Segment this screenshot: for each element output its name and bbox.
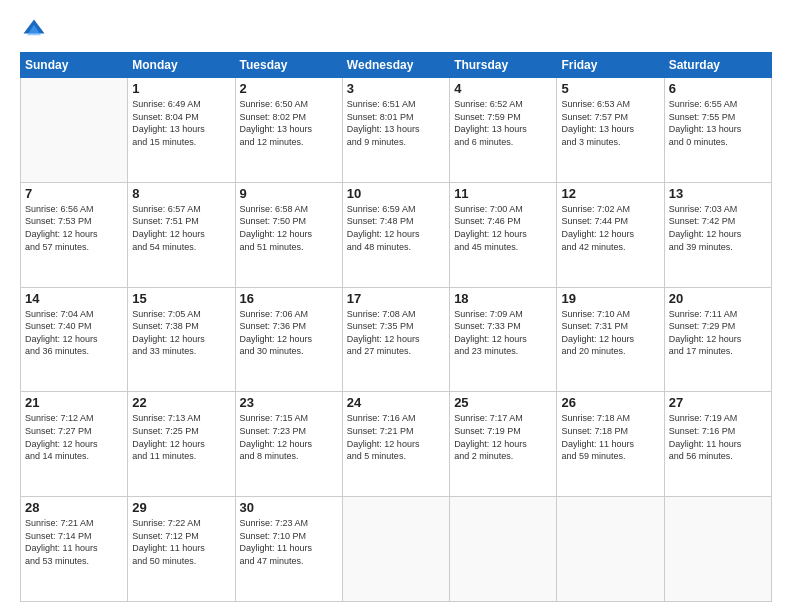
day-info: Sunrise: 7:05 AM Sunset: 7:38 PM Dayligh…	[132, 308, 230, 358]
calendar-cell: 20Sunrise: 7:11 AM Sunset: 7:29 PM Dayli…	[664, 287, 771, 392]
page: SundayMondayTuesdayWednesdayThursdayFrid…	[0, 0, 792, 612]
day-number: 10	[347, 186, 445, 201]
day-number: 8	[132, 186, 230, 201]
day-info: Sunrise: 7:09 AM Sunset: 7:33 PM Dayligh…	[454, 308, 552, 358]
header	[20, 16, 772, 44]
calendar-cell: 11Sunrise: 7:00 AM Sunset: 7:46 PM Dayli…	[450, 182, 557, 287]
calendar-cell: 15Sunrise: 7:05 AM Sunset: 7:38 PM Dayli…	[128, 287, 235, 392]
day-number: 17	[347, 291, 445, 306]
day-number: 13	[669, 186, 767, 201]
day-info: Sunrise: 6:58 AM Sunset: 7:50 PM Dayligh…	[240, 203, 338, 253]
calendar-cell	[21, 78, 128, 183]
day-info: Sunrise: 6:52 AM Sunset: 7:59 PM Dayligh…	[454, 98, 552, 148]
calendar-cell: 10Sunrise: 6:59 AM Sunset: 7:48 PM Dayli…	[342, 182, 449, 287]
day-info: Sunrise: 6:56 AM Sunset: 7:53 PM Dayligh…	[25, 203, 123, 253]
calendar-week-row: 21Sunrise: 7:12 AM Sunset: 7:27 PM Dayli…	[21, 392, 772, 497]
day-number: 18	[454, 291, 552, 306]
weekday-header-row: SundayMondayTuesdayWednesdayThursdayFrid…	[21, 53, 772, 78]
day-info: Sunrise: 7:15 AM Sunset: 7:23 PM Dayligh…	[240, 412, 338, 462]
day-info: Sunrise: 7:22 AM Sunset: 7:12 PM Dayligh…	[132, 517, 230, 567]
day-info: Sunrise: 7:21 AM Sunset: 7:14 PM Dayligh…	[25, 517, 123, 567]
calendar-cell: 12Sunrise: 7:02 AM Sunset: 7:44 PM Dayli…	[557, 182, 664, 287]
calendar-cell: 14Sunrise: 7:04 AM Sunset: 7:40 PM Dayli…	[21, 287, 128, 392]
day-info: Sunrise: 7:02 AM Sunset: 7:44 PM Dayligh…	[561, 203, 659, 253]
calendar-cell	[450, 497, 557, 602]
day-info: Sunrise: 6:51 AM Sunset: 8:01 PM Dayligh…	[347, 98, 445, 148]
day-number: 6	[669, 81, 767, 96]
weekday-header-saturday: Saturday	[664, 53, 771, 78]
day-number: 1	[132, 81, 230, 96]
day-info: Sunrise: 7:18 AM Sunset: 7:18 PM Dayligh…	[561, 412, 659, 462]
day-number: 16	[240, 291, 338, 306]
day-number: 3	[347, 81, 445, 96]
weekday-header-tuesday: Tuesday	[235, 53, 342, 78]
day-info: Sunrise: 7:16 AM Sunset: 7:21 PM Dayligh…	[347, 412, 445, 462]
calendar-cell: 26Sunrise: 7:18 AM Sunset: 7:18 PM Dayli…	[557, 392, 664, 497]
day-info: Sunrise: 7:13 AM Sunset: 7:25 PM Dayligh…	[132, 412, 230, 462]
day-number: 30	[240, 500, 338, 515]
calendar-cell: 17Sunrise: 7:08 AM Sunset: 7:35 PM Dayli…	[342, 287, 449, 392]
calendar-cell: 4Sunrise: 6:52 AM Sunset: 7:59 PM Daylig…	[450, 78, 557, 183]
calendar-cell: 1Sunrise: 6:49 AM Sunset: 8:04 PM Daylig…	[128, 78, 235, 183]
day-info: Sunrise: 7:10 AM Sunset: 7:31 PM Dayligh…	[561, 308, 659, 358]
calendar-cell: 24Sunrise: 7:16 AM Sunset: 7:21 PM Dayli…	[342, 392, 449, 497]
calendar-cell: 8Sunrise: 6:57 AM Sunset: 7:51 PM Daylig…	[128, 182, 235, 287]
day-info: Sunrise: 6:57 AM Sunset: 7:51 PM Dayligh…	[132, 203, 230, 253]
day-info: Sunrise: 6:50 AM Sunset: 8:02 PM Dayligh…	[240, 98, 338, 148]
calendar-cell: 9Sunrise: 6:58 AM Sunset: 7:50 PM Daylig…	[235, 182, 342, 287]
weekday-header-sunday: Sunday	[21, 53, 128, 78]
day-info: Sunrise: 6:59 AM Sunset: 7:48 PM Dayligh…	[347, 203, 445, 253]
day-number: 23	[240, 395, 338, 410]
calendar-cell: 30Sunrise: 7:23 AM Sunset: 7:10 PM Dayli…	[235, 497, 342, 602]
weekday-header-thursday: Thursday	[450, 53, 557, 78]
calendar-cell: 22Sunrise: 7:13 AM Sunset: 7:25 PM Dayli…	[128, 392, 235, 497]
day-number: 7	[25, 186, 123, 201]
day-info: Sunrise: 6:49 AM Sunset: 8:04 PM Dayligh…	[132, 98, 230, 148]
calendar-cell: 2Sunrise: 6:50 AM Sunset: 8:02 PM Daylig…	[235, 78, 342, 183]
calendar-week-row: 7Sunrise: 6:56 AM Sunset: 7:53 PM Daylig…	[21, 182, 772, 287]
day-info: Sunrise: 6:53 AM Sunset: 7:57 PM Dayligh…	[561, 98, 659, 148]
calendar-cell: 18Sunrise: 7:09 AM Sunset: 7:33 PM Dayli…	[450, 287, 557, 392]
calendar-week-row: 28Sunrise: 7:21 AM Sunset: 7:14 PM Dayli…	[21, 497, 772, 602]
day-number: 27	[669, 395, 767, 410]
day-number: 20	[669, 291, 767, 306]
day-number: 22	[132, 395, 230, 410]
day-number: 25	[454, 395, 552, 410]
day-info: Sunrise: 6:55 AM Sunset: 7:55 PM Dayligh…	[669, 98, 767, 148]
calendar-cell	[664, 497, 771, 602]
calendar-cell: 6Sunrise: 6:55 AM Sunset: 7:55 PM Daylig…	[664, 78, 771, 183]
calendar-cell	[557, 497, 664, 602]
weekday-header-wednesday: Wednesday	[342, 53, 449, 78]
calendar-cell	[342, 497, 449, 602]
calendar-cell: 13Sunrise: 7:03 AM Sunset: 7:42 PM Dayli…	[664, 182, 771, 287]
calendar-table: SundayMondayTuesdayWednesdayThursdayFrid…	[20, 52, 772, 602]
calendar-week-row: 1Sunrise: 6:49 AM Sunset: 8:04 PM Daylig…	[21, 78, 772, 183]
day-number: 24	[347, 395, 445, 410]
weekday-header-monday: Monday	[128, 53, 235, 78]
calendar-cell: 7Sunrise: 6:56 AM Sunset: 7:53 PM Daylig…	[21, 182, 128, 287]
day-number: 14	[25, 291, 123, 306]
logo-icon	[20, 16, 48, 44]
calendar-cell: 28Sunrise: 7:21 AM Sunset: 7:14 PM Dayli…	[21, 497, 128, 602]
logo	[20, 16, 52, 44]
calendar-cell: 25Sunrise: 7:17 AM Sunset: 7:19 PM Dayli…	[450, 392, 557, 497]
calendar-cell: 27Sunrise: 7:19 AM Sunset: 7:16 PM Dayli…	[664, 392, 771, 497]
calendar-cell: 16Sunrise: 7:06 AM Sunset: 7:36 PM Dayli…	[235, 287, 342, 392]
calendar-cell: 21Sunrise: 7:12 AM Sunset: 7:27 PM Dayli…	[21, 392, 128, 497]
day-number: 5	[561, 81, 659, 96]
day-number: 29	[132, 500, 230, 515]
day-info: Sunrise: 7:03 AM Sunset: 7:42 PM Dayligh…	[669, 203, 767, 253]
day-info: Sunrise: 7:06 AM Sunset: 7:36 PM Dayligh…	[240, 308, 338, 358]
day-info: Sunrise: 7:04 AM Sunset: 7:40 PM Dayligh…	[25, 308, 123, 358]
day-number: 21	[25, 395, 123, 410]
calendar-cell: 19Sunrise: 7:10 AM Sunset: 7:31 PM Dayli…	[557, 287, 664, 392]
day-info: Sunrise: 7:12 AM Sunset: 7:27 PM Dayligh…	[25, 412, 123, 462]
day-number: 26	[561, 395, 659, 410]
day-info: Sunrise: 7:23 AM Sunset: 7:10 PM Dayligh…	[240, 517, 338, 567]
day-number: 19	[561, 291, 659, 306]
day-info: Sunrise: 7:17 AM Sunset: 7:19 PM Dayligh…	[454, 412, 552, 462]
day-number: 4	[454, 81, 552, 96]
day-info: Sunrise: 7:11 AM Sunset: 7:29 PM Dayligh…	[669, 308, 767, 358]
day-number: 28	[25, 500, 123, 515]
weekday-header-friday: Friday	[557, 53, 664, 78]
